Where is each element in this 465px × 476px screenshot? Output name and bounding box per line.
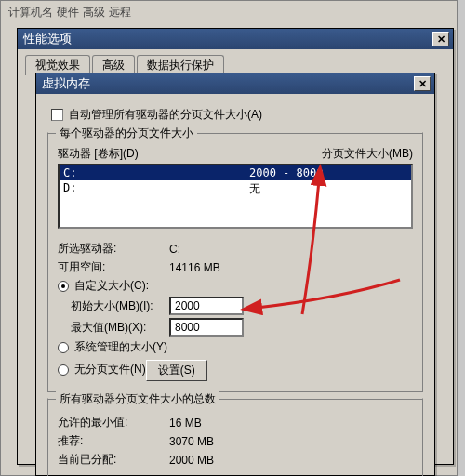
list-row[interactable]: C: 2000 - 8000 — [60, 165, 411, 180]
close-icon[interactable]: ✕ — [414, 76, 431, 91]
radio-system-managed-row[interactable]: 系统管理的大小(Y) — [58, 339, 413, 355]
cell-size: 无 — [193, 181, 407, 197]
min-allowed-label: 允许的最小值: — [58, 415, 169, 430]
cell-drive: D: — [63, 181, 193, 197]
close-icon[interactable]: ✕ — [432, 32, 449, 46]
col-size: 分页文件大小(MB) — [322, 146, 413, 162]
system-managed-label: 系统管理的大小(Y) — [74, 339, 167, 355]
max-size-label: 最大值(MB)(X): — [58, 320, 169, 336]
group-totals: 所有驱动器分页文件大小的总数 允许的最小值: 16 MB 推荐: 3070 MB… — [47, 398, 423, 476]
available-space-label: 可用空间: — [58, 259, 169, 275]
col-drive: 驱动器 [卷标](D) — [58, 146, 322, 162]
no-paging-label: 无分页文件(N) — [74, 362, 146, 377]
currently-allocated-value: 2000 MB — [169, 454, 214, 467]
recommended-value: 3070 MB — [169, 435, 214, 448]
custom-size-label: 自定义大小(C): — [74, 278, 149, 294]
title-text: 虚拟内存 — [42, 75, 414, 92]
initial-size-label: 初始大小(MB)(I): — [58, 298, 169, 314]
titlebar-vm[interactable]: 虚拟内存 ✕ — [36, 73, 434, 94]
drive-listbox[interactable]: C: 2000 - 8000 D: 无 — [58, 164, 413, 229]
radio-custom-size[interactable] — [58, 281, 69, 292]
bg-tab: 计算机名 — [8, 5, 53, 20]
radio-custom-row[interactable]: 自定义大小(C): — [58, 278, 413, 294]
available-space-value: 14116 MB — [169, 261, 220, 274]
group-per-drive: 每个驱动器的分页文件大小 驱动器 [卷标](D) 分页文件大小(MB) C: 2… — [47, 132, 423, 392]
auto-manage-label: 自动管理所有驱动器的分页文件大小(A) — [69, 107, 262, 123]
virtual-memory-dialog: 虚拟内存 ✕ 自动管理所有驱动器的分页文件大小(A) 每个驱动器的分页文件大小 … — [35, 73, 435, 476]
cell-size: 2000 - 8000 — [193, 166, 407, 179]
group-title: 所有驱动器分页文件大小的总数 — [56, 391, 219, 407]
list-headers: 驱动器 [卷标](D) 分页文件大小(MB) — [58, 146, 413, 162]
recommended-label: 推荐: — [58, 433, 169, 449]
radio-system-managed[interactable] — [58, 342, 69, 353]
initial-size-input[interactable] — [169, 297, 244, 315]
cell-drive: C: — [63, 166, 193, 179]
bg-tab: 硬件 — [57, 5, 79, 20]
radio-no-paging-row[interactable]: 无分页文件(N) 设置(S) — [58, 358, 413, 381]
checkbox-auto-manage[interactable] — [51, 109, 63, 121]
min-allowed-value: 16 MB — [169, 416, 202, 430]
selected-drive-label: 所选驱动器: — [58, 241, 169, 257]
title-text: 性能选项 — [23, 31, 432, 47]
currently-allocated-label: 当前已分配: — [58, 452, 169, 468]
max-size-input[interactable] — [169, 318, 244, 337]
set-button[interactable]: 设置(S) — [146, 360, 207, 381]
bg-tab: 高级 — [83, 5, 105, 20]
selected-drive-value: C: — [169, 243, 180, 256]
bg-tabs: 计算机名 硬件 高级 远程 — [3, 3, 137, 22]
list-row[interactable]: D: 无 — [60, 180, 411, 198]
titlebar-perf[interactable]: 性能选项 ✕ — [18, 29, 453, 49]
auto-manage-row[interactable]: 自动管理所有驱动器的分页文件大小(A) — [51, 107, 423, 123]
bg-tab: 远程 — [109, 5, 131, 20]
radio-no-paging[interactable] — [58, 364, 69, 376]
group-title: 每个驱动器的分页文件大小 — [56, 126, 197, 141]
